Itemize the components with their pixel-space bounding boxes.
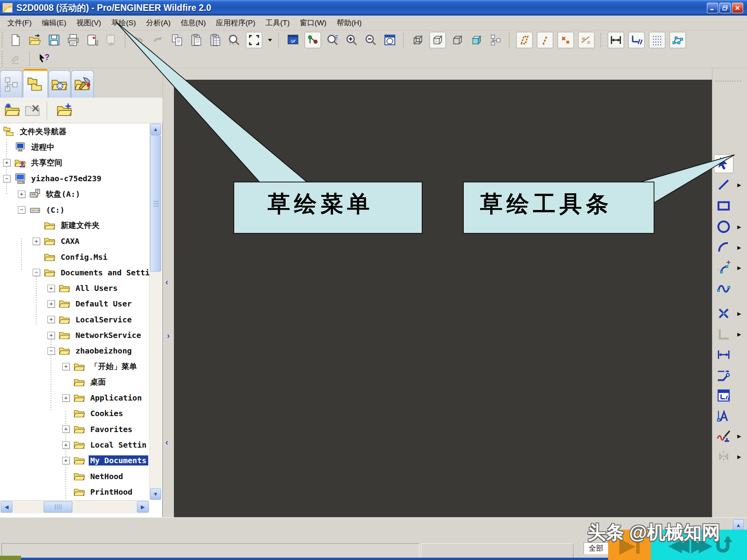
tree-item-label[interactable]: NetworkService	[74, 330, 143, 340]
spin-center-icon[interactable]	[305, 32, 321, 48]
zoom-orient-icon[interactable]: ?	[325, 32, 340, 48]
tree-item-23[interactable]: PrintHood	[0, 484, 149, 500]
tree-item-13[interactable]: +NetworkService	[0, 327, 149, 343]
tree-item-5[interactable]: −(C:)	[0, 202, 149, 217]
tab-connections[interactable]	[71, 70, 94, 98]
panel-splitter[interactable]: ‹ › ‹ ‹	[163, 68, 174, 517]
constraint-tool-button[interactable]	[714, 386, 733, 405]
rectangle-tool-button[interactable]	[714, 196, 733, 215]
expand-toggle[interactable]: +	[47, 316, 55, 323]
flyout-arrow-icon[interactable]: ▶	[737, 454, 741, 460]
flyout-arrow-icon[interactable]: ▶	[737, 182, 741, 188]
tree-item-label[interactable]: 软盘(A:)	[44, 189, 82, 200]
hidden-line-icon[interactable]	[430, 32, 446, 48]
scroll-right-button[interactable]: ▶	[137, 501, 149, 513]
tree-item-label[interactable]: Application	[89, 393, 143, 403]
delete-folder-button[interactable]	[23, 100, 43, 121]
tree-item-16[interactable]: 桌面	[0, 374, 149, 390]
menu-item-3[interactable]: 草绘(S)	[106, 16, 141, 30]
collapse-toggle[interactable]: −	[33, 269, 40, 276]
vertex-display-icon[interactable]	[670, 32, 686, 48]
tree-item-22[interactable]: NetHood	[0, 469, 149, 484]
tree-item-12[interactable]: +LocalService	[0, 312, 149, 327]
sk-grid-display-icon[interactable]	[578, 32, 594, 48]
tree-item-label[interactable]: Documents and Setti	[59, 268, 149, 278]
tab-model-tree[interactable]	[0, 70, 22, 98]
trim-tool-button[interactable]	[714, 427, 733, 445]
paste-special-icon[interactable]	[208, 32, 223, 48]
expand-toggle[interactable]: +	[62, 363, 70, 370]
graphics-canvas[interactable]	[174, 80, 712, 517]
tree-item-4[interactable]: +软盘(A:)	[0, 186, 149, 202]
fillet-tool-button[interactable]	[714, 258, 733, 277]
line-tool-button[interactable]	[714, 175, 733, 194]
menu-item-8[interactable]: 窗口(W)	[295, 16, 332, 30]
save-file-icon[interactable]	[47, 32, 61, 48]
tree-item-3[interactable]: −yizhao-c75ed239	[0, 171, 149, 186]
tree-item-18[interactable]: Cookies	[0, 406, 149, 421]
find-icon[interactable]	[227, 32, 242, 48]
no-hidden-icon[interactable]	[450, 32, 465, 48]
tree-item-label[interactable]: 文件夹导航器	[18, 126, 68, 137]
collapse-toggle[interactable]: −	[3, 175, 11, 182]
select-dropdown-icon[interactable]	[267, 37, 274, 44]
tree-item-label[interactable]: Cookies	[89, 408, 124, 418]
mirror-tool-button[interactable]	[714, 447, 733, 466]
tab-favorites[interactable]	[49, 70, 70, 98]
menu-item-5[interactable]: 信息(N)	[176, 16, 211, 30]
sk-constraint-display-icon[interactable]	[537, 32, 553, 48]
collapse-left-chevron[interactable]: ‹	[165, 277, 168, 287]
create-folder-button[interactable]	[2, 100, 23, 121]
paste-icon[interactable]	[189, 32, 203, 48]
message-scroll-up-button[interactable]: ▲	[733, 520, 744, 531]
tree-item-17[interactable]: +Application	[0, 390, 149, 406]
expand-toggle[interactable]: +	[33, 238, 40, 245]
dimension-tool-button[interactable]	[714, 345, 733, 364]
wireframe-icon[interactable]	[410, 32, 425, 48]
flyout-arrow-icon[interactable]: ▶	[737, 224, 741, 230]
tree-item-label[interactable]: Favorites	[89, 424, 134, 434]
selection-filter-combo[interactable]: 全部	[584, 542, 608, 554]
expand-toggle[interactable]: +	[18, 191, 25, 198]
toolbar-drag-handle[interactable]	[715, 80, 741, 82]
tree-item-label[interactable]: 桌面	[89, 376, 107, 388]
expand-toggle[interactable]: +	[62, 441, 70, 449]
tree-item-label[interactable]: (C:)	[44, 205, 66, 215]
menu-item-2[interactable]: 视图(V)	[72, 16, 106, 30]
sk-vertex-display-icon[interactable]	[558, 32, 574, 48]
tree-item-21[interactable]: +My Documents	[0, 453, 149, 468]
tree-item-label[interactable]: 共享空间	[30, 157, 64, 168]
scroll-down-button[interactable]: ▼	[150, 488, 161, 500]
circle-tool-button[interactable]	[714, 217, 733, 236]
zoom-in-icon[interactable]	[344, 32, 359, 48]
print-icon[interactable]	[66, 32, 81, 48]
tab-folder-browser[interactable]	[23, 69, 48, 98]
text-tool-button[interactable]	[714, 406, 733, 425]
toolbar-drag-handle[interactable]	[124, 32, 128, 48]
toolbar-drag-handle[interactable]	[2, 51, 5, 66]
close-button[interactable]	[732, 3, 743, 13]
tree-item-2[interactable]: +共享空间	[0, 155, 149, 171]
expand-toggle[interactable]: +	[3, 159, 11, 166]
send-object-icon[interactable]	[85, 32, 100, 48]
tree-vertical-scrollbar[interactable]: ▲ ▼	[149, 124, 161, 500]
chamfer-tool-button[interactable]	[714, 325, 733, 343]
copy-icon[interactable]	[170, 32, 184, 48]
expand-toggle[interactable]: +	[47, 300, 55, 308]
add-favorite-folder-button[interactable]	[54, 100, 75, 121]
message-scroll-down-button[interactable]: ▼	[733, 530, 744, 542]
sk-dim-display-icon[interactable]	[516, 32, 533, 48]
tree-item-label[interactable]: PrintHood	[89, 487, 134, 497]
attach-object-icon[interactable]	[104, 32, 119, 48]
menu-item-0[interactable]: 文件(F)	[2, 16, 37, 30]
minimize-button[interactable]	[707, 3, 718, 13]
toolbar-drag-handle[interactable]	[2, 32, 5, 48]
title-bar[interactable]: S2D0008 (活动的) - Pro/ENGINEER Wildfire 2.…	[0, 0, 747, 16]
tree-item-label[interactable]: NetHood	[89, 471, 124, 481]
tree-item-1[interactable]: 进程中	[0, 139, 149, 155]
tree-item-label[interactable]: 进程中	[30, 142, 56, 153]
tree-item-19[interactable]: +Favorites	[0, 422, 149, 437]
tree-horizontal-scrollbar[interactable]: ◀ ▶	[0, 500, 149, 513]
restore-button[interactable]	[719, 3, 731, 13]
flyout-arrow-icon[interactable]: ▶	[737, 265, 741, 271]
